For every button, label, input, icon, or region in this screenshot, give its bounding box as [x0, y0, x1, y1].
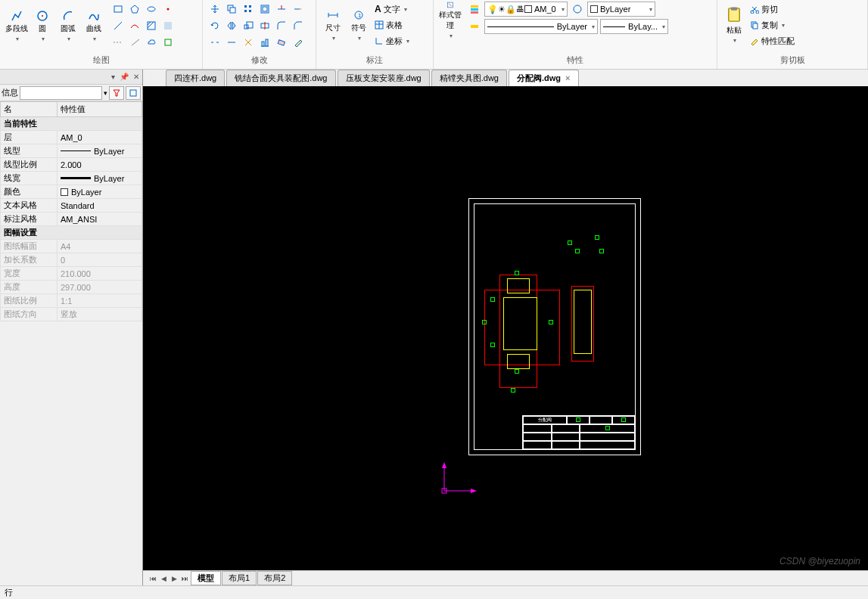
cut-button[interactable]: 剪切: [748, 2, 797, 17]
prop-row[interactable]: 线型比例2.000: [1, 158, 142, 172]
paste-button[interactable]: 粘贴 ▾: [722, 6, 746, 44]
layer-match-icon[interactable]: [570, 2, 585, 17]
combo-arrow-icon[interactable]: ▾: [104, 89, 107, 97]
trim-icon[interactable]: [274, 2, 289, 17]
tab-next-icon[interactable]: ▶: [169, 573, 179, 584]
prop-row[interactable]: 加长系数0: [1, 253, 142, 267]
grip-icon[interactable]: [511, 388, 515, 393]
prop-value[interactable]: A4: [58, 240, 142, 253]
linetype-combo[interactable]: ByLayer ▾: [484, 19, 598, 34]
spline-icon[interactable]: [127, 18, 142, 33]
prop-row[interactable]: 颜色ByLayer: [1, 185, 142, 199]
region-icon[interactable]: [160, 18, 176, 33]
cloud-icon[interactable]: [144, 35, 159, 50]
tab-prev-icon[interactable]: ◀: [158, 573, 169, 584]
grip-icon[interactable]: [599, 249, 604, 253]
ray-icon[interactable]: [127, 35, 142, 50]
chamfer-icon[interactable]: [291, 18, 306, 33]
edit-icon[interactable]: [291, 35, 306, 50]
grip-icon[interactable]: [549, 320, 553, 324]
prop-row[interactable]: 文本风格Standard: [1, 199, 142, 213]
tab-layout2[interactable]: 布局2: [257, 571, 292, 585]
panel-pin-icon[interactable]: 📌: [120, 73, 129, 81]
close-icon[interactable]: ×: [565, 73, 570, 82]
arc-button[interactable]: 圆弧 ▾: [56, 7, 80, 45]
layer-iso-icon[interactable]: [467, 19, 482, 34]
join-icon[interactable]: [224, 35, 239, 50]
color-combo[interactable]: ByLayer ▾: [587, 2, 655, 17]
doc-tab[interactable]: 精镗夹具图.dwg: [431, 70, 507, 86]
prop-row[interactable]: 线宽ByLayer: [1, 172, 142, 185]
symbol-button[interactable]: .1 符号 ▾: [347, 6, 371, 44]
lineweight-combo[interactable]: ByLay... ▾: [600, 19, 668, 34]
tab-last-icon[interactable]: ⏭: [179, 573, 190, 584]
drawing-canvas[interactable]: 分配阀 CSDN @biyezuopin: [143, 86, 868, 570]
tab-layout1[interactable]: 布局1: [222, 571, 257, 585]
layer-props-icon[interactable]: [467, 2, 482, 17]
doc-tab[interactable]: 铣结合面夹具装配图.dwg: [226, 70, 335, 86]
prop-value[interactable]: AM_0: [58, 131, 142, 144]
prop-value[interactable]: 1:1: [58, 294, 142, 308]
grip-icon[interactable]: [490, 343, 495, 347]
array-icon[interactable]: [241, 2, 256, 17]
prop-value[interactable]: 0: [58, 253, 142, 267]
stretch-icon[interactable]: [257, 18, 272, 33]
explode-icon[interactable]: [241, 35, 256, 50]
panel-close-icon[interactable]: ✕: [133, 73, 139, 81]
grip-icon[interactable]: [576, 417, 580, 422]
style-manager-button[interactable]: 样式管理 ▾: [438, 2, 462, 39]
grip-icon[interactable]: [515, 271, 519, 275]
prop-row[interactable]: 标注风格AM_ANSI: [1, 213, 142, 226]
scale-icon[interactable]: [241, 18, 256, 33]
rotate-icon[interactable]: [207, 18, 222, 33]
property-grid[interactable]: 名特性值 当前特性 层AM_0线型ByLayer线型比例2.000线宽ByLay…: [0, 101, 142, 585]
tab-model[interactable]: 模型: [191, 571, 221, 585]
panel-menu-icon[interactable]: ▾: [111, 73, 115, 81]
layer-combo[interactable]: 💡 ☀ 🔒 🖶 AM_0 ▾: [484, 2, 568, 17]
prop-row[interactable]: 图纸幅面A4: [1, 240, 142, 253]
boundary-icon[interactable]: [160, 35, 176, 50]
tab-first-icon[interactable]: ⏮: [148, 573, 158, 584]
info-combo[interactable]: [20, 86, 102, 100]
prop-row[interactable]: 图纸方向竖放: [1, 308, 142, 321]
grip-icon[interactable]: [515, 369, 519, 374]
grip-icon[interactable]: [605, 426, 610, 430]
ellipse-icon[interactable]: [144, 2, 159, 17]
dimension-button[interactable]: 尺寸 ▾: [321, 6, 345, 44]
curve-button[interactable]: 曲线 ▾: [82, 7, 106, 45]
prop-value[interactable]: 竖放: [58, 308, 142, 321]
align-icon[interactable]: [257, 35, 272, 50]
doc-tab[interactable]: 分配阀.dwg×: [509, 70, 579, 86]
prop-row[interactable]: 高度297.000: [1, 281, 142, 294]
text-button[interactable]: A文字▾: [372, 2, 412, 17]
coord-button[interactable]: 坐标▾: [372, 33, 412, 48]
rectangle-icon[interactable]: [110, 2, 126, 17]
filter-button[interactable]: [109, 86, 124, 100]
match-props-button[interactable]: 特性匹配: [748, 33, 797, 48]
hatch-icon[interactable]: [144, 18, 159, 33]
polyline-button[interactable]: 多段线 ▾: [5, 7, 29, 45]
prop-row[interactable]: 层AM_0: [1, 131, 142, 144]
polygon-icon[interactable]: [127, 2, 142, 17]
copy-button[interactable]: 复制▾: [748, 17, 797, 33]
prop-row[interactable]: 线型ByLayer: [1, 144, 142, 158]
prop-value[interactable]: ByLayer: [58, 144, 142, 158]
move-icon[interactable]: [207, 2, 222, 17]
fillet-icon[interactable]: [274, 18, 289, 33]
construction-line-icon[interactable]: [110, 35, 126, 50]
prop-row[interactable]: 宽度210.000: [1, 267, 142, 281]
break-icon[interactable]: [207, 35, 222, 50]
line-icon[interactable]: [110, 18, 126, 33]
grip-icon[interactable]: [482, 320, 487, 324]
prop-value[interactable]: AM_ANSI: [58, 213, 142, 226]
table-button[interactable]: 表格: [372, 17, 412, 33]
grip-icon[interactable]: [568, 241, 572, 245]
prop-value[interactable]: 2.000: [58, 158, 142, 172]
doc-tab[interactable]: 四连杆.dwg: [166, 70, 225, 86]
grip-icon[interactable]: [575, 249, 580, 253]
erase-icon[interactable]: [274, 35, 289, 50]
point-icon[interactable]: [160, 2, 176, 17]
grip-icon[interactable]: [621, 417, 626, 422]
prop-value[interactable]: Standard: [58, 199, 142, 213]
prop-value[interactable]: 210.000: [58, 267, 142, 281]
